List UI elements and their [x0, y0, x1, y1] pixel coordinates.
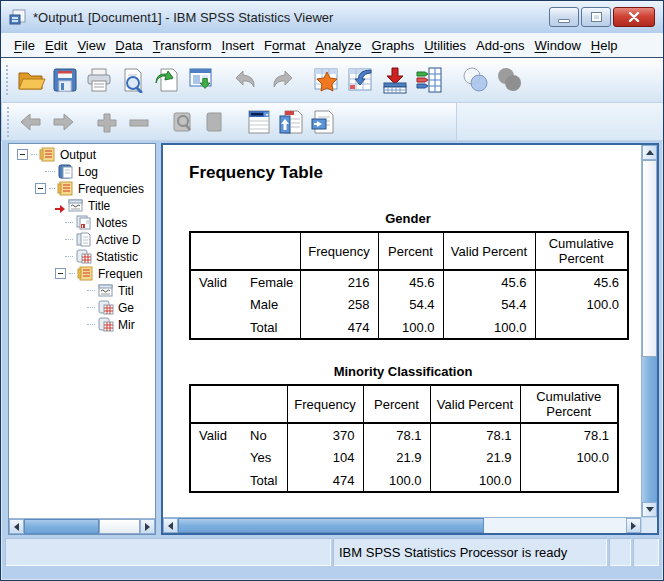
goto-case-icon[interactable] [310, 62, 344, 98]
scrollbar-track-filled[interactable] [24, 519, 99, 534]
tree-label: Active D [96, 233, 141, 247]
tree-item-statistics[interactable]: Statistic [9, 248, 155, 265]
scroll-right-icon[interactable] [140, 519, 155, 534]
value-cell: 45.6 [535, 270, 628, 293]
tree-item-title-2[interactable]: Titl [9, 282, 155, 299]
menu-transform[interactable]: Transform [148, 35, 217, 56]
menu-add-ons[interactable]: Add-ons [471, 35, 529, 56]
save-file-icon[interactable] [48, 62, 82, 98]
tree-item-minority[interactable]: Mir [9, 316, 155, 333]
menu-edit[interactable]: Edit [40, 35, 72, 56]
value-cell: 78.1 [520, 423, 618, 446]
value-cell: 100.0 [378, 316, 443, 339]
menu-format[interactable]: Format [259, 35, 310, 56]
variables-icon[interactable] [412, 62, 446, 98]
minority-pivot-table[interactable]: Minority Classification Frequency Percen… [189, 364, 617, 493]
tree-item-log[interactable]: Log [9, 163, 155, 180]
recall-dialogs-icon[interactable] [344, 62, 378, 98]
tree-label: Output [60, 148, 96, 162]
value-cell: 100.0 [520, 446, 618, 469]
scroll-up-icon[interactable] [642, 145, 657, 160]
stub-cell [190, 316, 242, 339]
menu-view[interactable]: View [72, 35, 110, 56]
collapse-icon[interactable] [55, 268, 66, 279]
collapse-icon[interactable] [35, 183, 46, 194]
column-header: Percent [363, 385, 430, 423]
close-icon [628, 12, 640, 22]
collapse-icon[interactable] [17, 149, 28, 160]
value-cell [520, 469, 618, 492]
value-cell: 370 [287, 423, 363, 446]
insert-heading-icon[interactable] [275, 107, 307, 137]
column-header: Percent [378, 232, 443, 270]
menu-file[interactable]: File [9, 35, 40, 56]
procedure-book-icon [77, 266, 94, 281]
tree-label: Title [88, 199, 110, 213]
toolbar-grip[interactable] [6, 65, 9, 95]
stub-cell [190, 469, 242, 492]
menu-graphs[interactable]: Graphs [367, 35, 420, 56]
scrollbar-thumb[interactable] [642, 160, 657, 357]
menu-help[interactable]: Help [586, 35, 623, 56]
tree-item-frequency-tables[interactable]: Frequen [9, 265, 155, 282]
menu-analyze[interactable]: Analyze [310, 35, 366, 56]
scroll-down-icon[interactable] [642, 502, 657, 517]
close-button[interactable] [613, 7, 655, 27]
scrollbar-track[interactable] [642, 357, 657, 502]
insert-text-icon[interactable] [307, 107, 339, 137]
tree-label: Log [78, 165, 98, 179]
stub-header-cell [190, 385, 287, 423]
current-item-arrow-icon [55, 202, 65, 210]
redo-icon [264, 62, 298, 98]
tree-item-notes[interactable]: Notes [9, 214, 155, 231]
category-cell: No [242, 423, 287, 446]
menu-window[interactable]: Window [530, 35, 586, 56]
stub-cell [190, 293, 242, 316]
scroll-left-icon[interactable] [9, 519, 24, 534]
tree-item-output[interactable]: Output [9, 146, 155, 163]
tree-item-title[interactable]: Title [9, 197, 155, 214]
promote-icon [91, 107, 123, 137]
scrollbar-thumb[interactable] [178, 518, 484, 533]
use-variable-sets-icon[interactable] [458, 62, 492, 98]
menu-insert[interactable]: Insert [217, 35, 260, 56]
gender-pivot-table[interactable]: Gender Frequency Percent Valid Percent C… [189, 211, 627, 340]
tree-item-gender[interactable]: Ge [9, 299, 155, 316]
export-output-icon[interactable] [150, 62, 184, 98]
tree-item-active-dataset[interactable]: Active D [9, 231, 155, 248]
outline-pane: Output Log Frequencies [8, 143, 156, 535]
scroll-left-icon[interactable] [163, 518, 178, 533]
window-title: *Output1 [Document1] - IBM SPSS Statisti… [33, 10, 549, 25]
tree-label: Frequen [98, 267, 143, 281]
menu-data[interactable]: Data [110, 35, 147, 56]
table-title: Gender [189, 211, 627, 226]
designate-window-icon[interactable] [184, 62, 218, 98]
undo-icon [230, 62, 264, 98]
print-icon[interactable] [82, 62, 116, 98]
restore-button[interactable] [581, 7, 611, 27]
content-horizontal-scrollbar[interactable] [163, 517, 641, 533]
print-preview-icon[interactable] [116, 62, 150, 98]
column-header: Cumulative Percent [520, 385, 618, 423]
column-header: Valid Percent [430, 385, 520, 423]
content-vertical-scrollbar[interactable] [641, 145, 657, 517]
open-file-icon[interactable] [14, 62, 48, 98]
outline-horizontal-scrollbar[interactable] [9, 518, 155, 534]
tree-item-frequencies[interactable]: Frequencies [9, 180, 155, 197]
insert-variables-icon[interactable] [378, 62, 412, 98]
minimize-button[interactable] [549, 7, 579, 27]
output-heading: Frequency Table [189, 163, 641, 183]
scrollbar-thumb[interactable] [99, 519, 140, 534]
pivot-table-icon[interactable] [243, 107, 275, 137]
menu-utilities[interactable]: Utilities [419, 35, 471, 56]
status-message: IBM SPSS Statistics Processor is ready [333, 538, 607, 566]
log-book-icon [57, 164, 74, 179]
value-cell: 474 [287, 469, 363, 492]
status-cell-small-2 [633, 538, 659, 566]
scroll-right-icon[interactable] [626, 518, 641, 533]
stub-header-cell [190, 232, 300, 270]
output-book-icon [39, 147, 56, 162]
show-all-variables-icon[interactable] [492, 62, 526, 98]
scrollbar-track[interactable] [484, 518, 626, 533]
toolbar-grip-2[interactable] [7, 107, 10, 137]
